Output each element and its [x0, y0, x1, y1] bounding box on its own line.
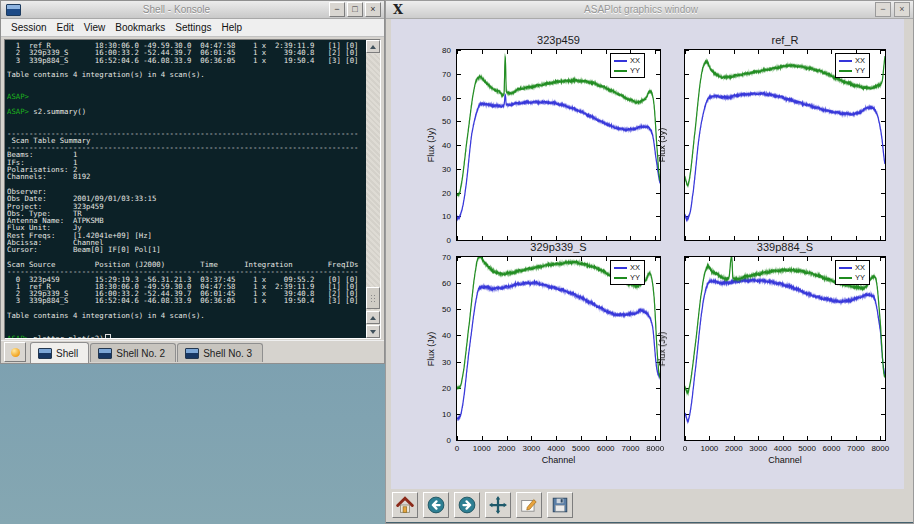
legend-label: XX [630, 56, 640, 65]
home-icon [396, 496, 414, 514]
plot-legend: XXYY [610, 53, 645, 78]
legend-line-swatch [614, 70, 627, 72]
scrollbar-thumb[interactable] [366, 287, 380, 309]
plot-title: 323p459 [537, 34, 580, 47]
home-button[interactable] [392, 492, 418, 518]
new-session-button[interactable] [4, 342, 26, 362]
terminal-line: ASAP> s2.summary() [7, 108, 364, 115]
asaplot-window-title: ASAPlot graphics window [407, 4, 875, 15]
y-tick-label: 50 [430, 305, 451, 314]
terminal-icon [185, 348, 199, 359]
y-tick-label: 10 [430, 410, 451, 419]
legend-label: XX [855, 263, 865, 272]
legend-label: YY [855, 273, 865, 282]
x-tick-label: 7000 [622, 444, 640, 453]
y-axis-label: Flux (Jy) [657, 128, 667, 163]
forward-button[interactable] [454, 492, 480, 518]
subplot-config-icon [520, 496, 538, 514]
subplot-config-button[interactable] [516, 492, 542, 518]
arrow-up-icon [370, 316, 376, 320]
pan-button[interactable] [485, 492, 511, 518]
tab-shell[interactable]: Shell [30, 342, 89, 363]
minimize-button[interactable]: − [329, 2, 345, 17]
menu-bookmarks[interactable]: Bookmarks [110, 21, 170, 34]
scroll-up-button-bottom[interactable] [366, 311, 380, 324]
legend-label: YY [630, 66, 640, 75]
plot-title: ref_R [772, 34, 799, 47]
terminal-icon [98, 348, 112, 359]
terminal-output[interactable]: 1 ref_R 18:30:06.0 -49.59.30.0 04:47:58 … [7, 42, 364, 338]
menu-session[interactable]: Session [6, 21, 52, 34]
x-tick-label: 1000 [473, 444, 491, 453]
x-tick-label: 8000 [871, 444, 889, 453]
y-tick-label: 70 [430, 70, 451, 79]
plot-legend: XXYY [835, 53, 870, 78]
save-button[interactable] [547, 492, 573, 518]
y-tick-label: 80 [430, 46, 451, 55]
plot-legend: XXYY [610, 260, 645, 285]
menu-settings[interactable]: Settings [170, 21, 216, 34]
tab-shell-no-2[interactable]: Shell No. 2 [90, 343, 176, 362]
terminal-line [7, 327, 364, 334]
terminal-line [7, 86, 364, 93]
x-axis-label: Channel [768, 455, 802, 465]
close-button[interactable]: × [894, 2, 910, 17]
legend-label: YY [630, 273, 640, 282]
tab-shell-no-3[interactable]: Shell No. 3 [177, 343, 263, 362]
pan-icon [489, 496, 507, 514]
y-axis-label: Flux (Jy) [657, 331, 667, 366]
figure-area[interactable]: 323p459Channel01020304050607080Flux (Jy)… [391, 19, 904, 489]
terminal-scrollbar[interactable] [366, 40, 380, 338]
legend-line-swatch [839, 70, 852, 72]
konsole-window-title: Shell - Konsole [24, 4, 329, 15]
session-tabs: ShellShell No. 2Shell No. 3 [30, 342, 264, 363]
terminal-line [7, 115, 364, 122]
terminal-line: Table contains 4 integration(s) in 4 sca… [7, 312, 364, 319]
y-tick-label: 20 [430, 189, 451, 198]
close-button[interactable]: × [365, 2, 381, 17]
x-tick-label: 3000 [749, 444, 767, 453]
terminal-line: Channels: 8192 [7, 173, 364, 180]
maximize-button[interactable]: □ [347, 2, 363, 17]
terminal-line [7, 78, 364, 85]
x-tick-label: 6000 [823, 444, 841, 453]
menu-help[interactable]: Help [216, 21, 247, 34]
window-bottom-strip [386, 521, 913, 523]
plot-title: 329p339_S [527, 241, 589, 254]
x-tick-label: 2000 [498, 444, 516, 453]
save-icon [551, 496, 569, 514]
y-tick-label: 0 [430, 436, 451, 445]
terminal-line: Table contains 4 integration(s) in 4 sca… [7, 71, 364, 78]
y-tick-label: 60 [430, 94, 451, 103]
konsole-menubar: SessionEditViewBookmarksSettingsHelp [1, 19, 384, 37]
asaplot-titlebar[interactable]: X ASAPlot graphics window − × [386, 1, 913, 19]
scroll-up-button[interactable] [366, 40, 380, 53]
konsole-titlebar[interactable]: Shell - Konsole − □ × [1, 1, 384, 19]
legend-label: YY [855, 66, 865, 75]
x-tick-label: 6000 [597, 444, 615, 453]
legend-entry: XX [839, 263, 865, 272]
desktop: { "desktop": {"color_top": "#6d94ac", "c… [0, 0, 914, 524]
x-tick-label: 4000 [774, 444, 792, 453]
legend-label: XX [855, 56, 865, 65]
x-tick-label: 0 [683, 444, 687, 453]
legend-line-swatch [614, 60, 627, 62]
legend-line-swatch [614, 267, 627, 269]
tab-label: Shell No. 3 [203, 348, 252, 359]
menu-view[interactable]: View [79, 21, 111, 34]
legend-entry: XX [614, 56, 640, 65]
back-button[interactable] [423, 492, 449, 518]
legend-entry: YY [614, 273, 640, 282]
menu-edit[interactable]: Edit [52, 21, 79, 34]
x-tick-label: 3000 [522, 444, 540, 453]
tab-label: Shell [56, 348, 78, 359]
minimize-button[interactable]: − [875, 2, 891, 17]
scroll-down-button[interactable] [366, 325, 380, 338]
scrollbar-track[interactable] [366, 54, 380, 310]
plot-title: 339p884_S [754, 241, 816, 254]
x-tick-label: 4000 [547, 444, 565, 453]
x-tick-label: 2000 [725, 444, 743, 453]
terminal-line [7, 319, 364, 326]
bulb-icon [11, 348, 20, 357]
arrow-down-icon [370, 330, 376, 334]
